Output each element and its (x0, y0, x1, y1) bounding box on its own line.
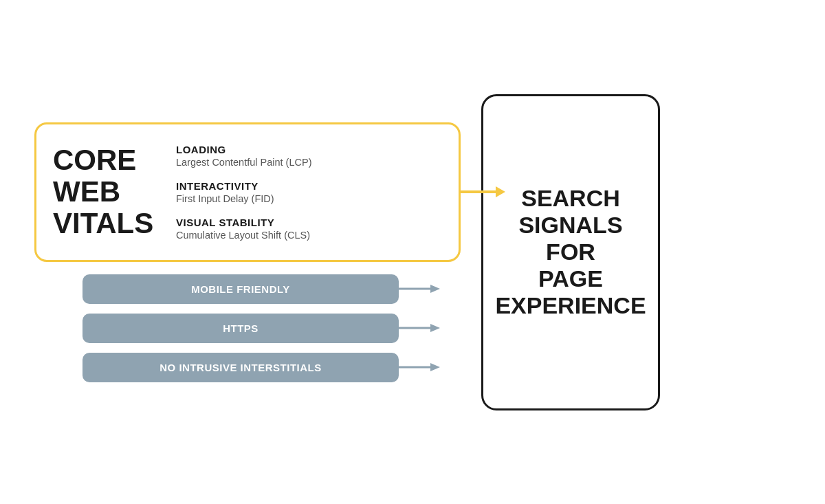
cwv-box: CORE WEB VITALS LOADING Largest Contentf… (34, 122, 461, 262)
right-column: SEARCH SIGNALS FOR PAGE EXPERIENCE (481, 94, 660, 410)
cwv-visual-sub: Cumulative Layout Shift (CLS) (176, 230, 434, 241)
svg-marker-1 (496, 186, 505, 197)
signal-pill-https: HTTPS (82, 314, 399, 343)
cwv-visual-title: VISUAL STABILITY (176, 217, 434, 228)
cwv-interactivity-title: INTERACTIVITY (176, 180, 434, 192)
svg-marker-5 (430, 324, 440, 332)
cwv-arrow-icon (459, 184, 505, 200)
signal-arrow-interstitials (399, 361, 440, 373)
cwv-item-loading: LOADING Largest Contentful Paint (LCP) (176, 144, 434, 168)
diagram-container: CORE WEB VITALS LOADING Largest Contentf… (34, 94, 791, 410)
cwv-loading-title: LOADING (176, 144, 434, 155)
signal-row-https: HTTPS (82, 314, 461, 343)
cwv-loading-sub: Largest Contentful Paint (LCP) (176, 157, 434, 168)
signal-arrow-https (399, 322, 440, 334)
left-column: CORE WEB VITALS LOADING Largest Contentf… (34, 122, 461, 382)
cwv-items: LOADING Largest Contentful Paint (LCP) I… (176, 144, 434, 241)
search-signals-box: SEARCH SIGNALS FOR PAGE EXPERIENCE (481, 94, 660, 410)
cwv-item-visual-stability: VISUAL STABILITY Cumulative Layout Shift… (176, 217, 434, 241)
signal-row-interstitials: NO INTRUSIVE INTERSTITIALS (82, 353, 461, 382)
signal-pill-interstitials: NO INTRUSIVE INTERSTITIALS (82, 353, 399, 382)
signal-pill-mobile: MOBILE FRIENDLY (82, 274, 399, 304)
cwv-interactivity-sub: First Input Delay (FID) (176, 193, 434, 204)
signal-row-mobile: MOBILE FRIENDLY (82, 274, 461, 304)
search-signals-title: SEARCH SIGNALS FOR PAGE EXPERIENCE (495, 185, 646, 319)
cwv-arrow-container (459, 184, 505, 200)
signal-pills: MOBILE FRIENDLY HTTPS NO INTRUSIVE INTER… (34, 274, 461, 382)
svg-marker-3 (430, 285, 440, 293)
cwv-title: CORE WEB VITALS (53, 144, 160, 240)
svg-marker-7 (430, 363, 440, 371)
signal-arrow-mobile (399, 283, 440, 295)
cwv-item-interactivity: INTERACTIVITY First Input Delay (FID) (176, 180, 434, 204)
